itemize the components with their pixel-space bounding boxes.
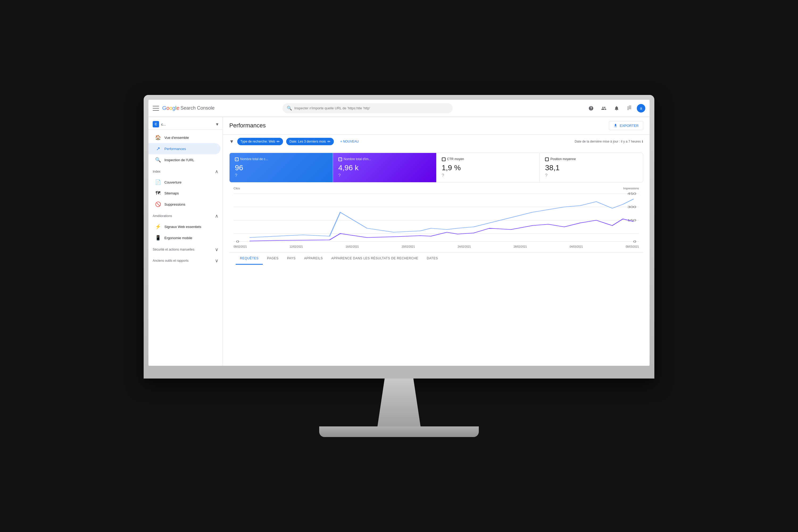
sitemaps-icon: 🗺	[155, 190, 161, 196]
suppressions-icon: 🚫	[155, 201, 161, 207]
metric-card-ctr[interactable]: CTR moyen 1,9 % ?	[437, 153, 540, 182]
section-anciens-outils-header[interactable]: Anciens outils et rapports ∨	[148, 255, 223, 266]
metric-info-position[interactable]: ?	[545, 173, 638, 178]
nav-actions: a	[586, 103, 645, 114]
metric-card-clics[interactable]: Nombre total de c... 96 ?	[230, 153, 333, 182]
tab-pays[interactable]: PAYS	[283, 253, 300, 265]
filter-icon: ▼	[229, 139, 234, 145]
notifications-icon-btn[interactable]	[611, 103, 622, 114]
sidebar-item-ergonomie-mobile[interactable]: 📱 Ergonomie mobile	[148, 232, 221, 243]
svg-text:300: 300	[627, 206, 636, 209]
home-icon: 🏠	[155, 135, 161, 140]
accounts-icon-btn[interactable]	[598, 103, 609, 114]
add-filter-button[interactable]: + NOUVEAU	[337, 138, 362, 145]
sidebar: C c... ▾ 🏠 Vue d'ensemble ↗ Perfor	[148, 117, 223, 366]
tabs-bar: REQUÊTES PAGES PAYS APPAREILS APPARENCE …	[229, 252, 643, 265]
search-console-text: Search Console	[180, 105, 215, 111]
metrics-section: Nombre total de c... 96 ? Nombre	[223, 148, 650, 269]
page-title: Performances	[229, 122, 266, 129]
metric-checkbox-clics	[235, 157, 239, 161]
metric-info-clics[interactable]: ?	[235, 173, 327, 178]
user-avatar[interactable]: a	[637, 104, 645, 113]
chip-edit-icon-0: ✏	[277, 139, 280, 144]
export-icon	[613, 124, 618, 128]
section-securite-header[interactable]: Sécurité et actions manuelles ∨	[148, 244, 223, 254]
metric-value-impressions: 4,96 k	[338, 164, 431, 172]
chip-edit-icon-1: ✏	[327, 139, 331, 144]
search-bar[interactable]: 🔍	[283, 103, 453, 113]
imac-stand-base	[319, 426, 479, 437]
chart-area: 450 300 150 0 0	[229, 191, 643, 244]
signaux-icon: ⚡	[155, 224, 161, 230]
sidebar-label-vue-ensemble: Vue d'ensemble	[165, 136, 189, 140]
chart-svg: 450 300 150 0 0	[233, 191, 639, 244]
tab-apparence[interactable]: APPARENCE DANS LES RÉSULTATS DE RECHERCH…	[327, 253, 423, 265]
gsc-body: C c... ▾ 🏠 Vue d'ensemble ↗ Perfor	[148, 117, 650, 366]
metric-value-ctr: 1,9 %	[442, 164, 534, 172]
section-ameliorations-chevron: ∧	[215, 213, 218, 219]
export-button[interactable]: EXPORTER	[609, 121, 643, 130]
metric-label-impressions: Nombre total d'im...	[344, 157, 371, 162]
metric-checkbox-position	[545, 157, 549, 161]
sidebar-label-performances: Performances	[165, 147, 186, 151]
help-icon-btn[interactable]	[586, 103, 596, 114]
svg-text:0: 0	[236, 240, 239, 243]
sidebar-label-sitemaps: Sitemaps	[165, 191, 179, 195]
main-content: Performances EXPORTER ▼ Type de recherch…	[223, 117, 650, 366]
metric-header-position: Position moyenne	[545, 157, 638, 162]
metric-header-ctr: CTR moyen	[442, 157, 534, 162]
metric-card-position[interactable]: Position moyenne 38,1 ?	[540, 153, 643, 182]
filter-chip-search-type[interactable]: Type de recherche: Web ✏	[237, 138, 283, 145]
apps-icon-btn[interactable]	[624, 103, 635, 114]
tab-appareils[interactable]: APPAREILS	[300, 253, 327, 265]
tab-pages[interactable]: PAGES	[263, 253, 283, 265]
search-input[interactable]	[294, 106, 449, 110]
section-index-chevron: ∧	[215, 169, 218, 174]
sidebar-item-sitemaps[interactable]: 🗺 Sitemaps	[148, 188, 221, 199]
ergonomie-icon: 📱	[155, 235, 161, 241]
metric-label-position: Position moyenne	[550, 157, 576, 162]
section-ameliorations-label: Améliorations	[153, 214, 172, 218]
sidebar-item-signaux-web[interactable]: ⚡ Signaux Web essentiels	[148, 221, 221, 232]
sidebar-label-couverture: Couverture	[165, 180, 182, 184]
sidebar-label-suppressions: Suppressions	[165, 203, 185, 206]
google-wordmark: Google	[162, 105, 179, 111]
section-index-header[interactable]: Index ∧	[148, 167, 223, 177]
section-securite-chevron: ∨	[215, 247, 218, 252]
performance-icon: ↗	[155, 146, 161, 152]
property-text: c...	[161, 122, 214, 126]
sidebar-item-performances[interactable]: ↗ Performances	[148, 143, 221, 154]
property-dropdown-icon: ▾	[216, 121, 218, 127]
metric-card-impressions[interactable]: Nombre total d'im... 4,96 k ?	[333, 153, 437, 182]
section-ameliorations-header[interactable]: Améliorations ∧	[148, 211, 223, 221]
sidebar-item-suppressions[interactable]: 🚫 Suppressions	[148, 199, 221, 210]
sidebar-item-couverture[interactable]: 📄 Couverture	[148, 177, 221, 188]
metric-header-impressions: Nombre total d'im...	[338, 157, 431, 162]
metric-label-ctr: CTR moyen	[447, 157, 464, 162]
inspect-icon: 🔍	[155, 157, 161, 163]
tab-requetes[interactable]: REQUÊTES	[236, 253, 263, 265]
sidebar-item-inspection-url[interactable]: 🔍 Inspection de l'URL	[148, 154, 221, 166]
metric-checkbox-ctr	[442, 157, 445, 161]
nav-logo: Google Search Console	[162, 105, 215, 111]
svg-text:450: 450	[627, 192, 636, 195]
section-anciens-outils-chevron: ∨	[215, 258, 218, 264]
section-anciens-outils-label: Anciens outils et rapports	[153, 259, 189, 263]
section-securite-label: Sécurité et actions manuelles	[153, 248, 194, 251]
metric-value-position: 38,1	[545, 164, 638, 172]
property-selector[interactable]: C c... ▾	[148, 119, 223, 130]
couverture-icon: 📄	[155, 179, 161, 185]
sidebar-label-ergonomie-mobile: Ergonomie mobile	[165, 236, 192, 240]
filter-chip-date[interactable]: Date: Les 3 derniers mois ✏	[286, 138, 334, 145]
tab-dates[interactable]: DATES	[423, 253, 442, 265]
imac-wrapper: Google Search Console 🔍	[144, 95, 654, 437]
sidebar-item-vue-ensemble[interactable]: 🏠 Vue d'ensemble	[148, 132, 221, 143]
menu-icon[interactable]	[153, 105, 159, 111]
chart-labels-top: Clics Impressions	[229, 187, 643, 190]
metric-value-clics: 96	[235, 164, 327, 172]
sidebar-label-signaux-web: Signaux Web essentiels	[165, 225, 201, 229]
metric-info-ctr[interactable]: ?	[442, 173, 534, 178]
property-icon: C	[153, 121, 159, 128]
svg-text:0: 0	[633, 240, 636, 243]
metric-info-impressions[interactable]: ?	[338, 173, 431, 178]
